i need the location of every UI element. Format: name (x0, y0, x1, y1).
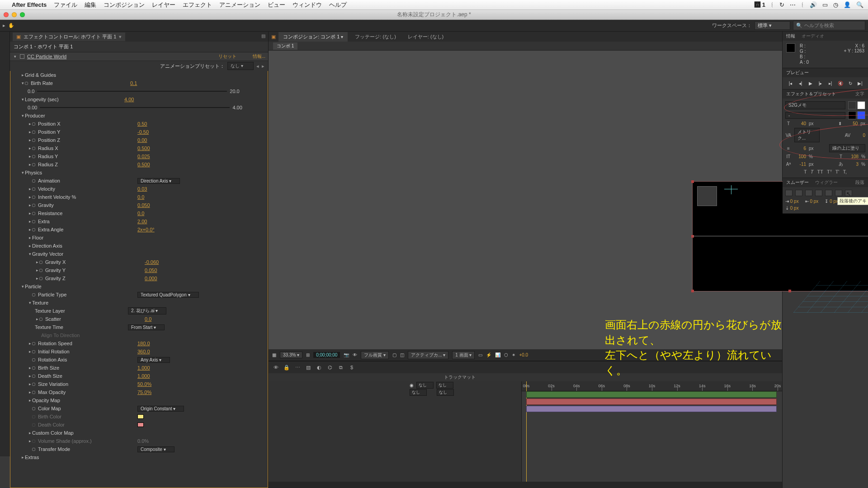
inherit-value[interactable]: 0.0 (137, 194, 144, 200)
trackmat-dropdown[interactable]: なし (437, 389, 454, 396)
twirl-icon[interactable]: ▾ (20, 113, 25, 118)
radx-value[interactable]: 0.500 (137, 145, 150, 151)
dots-icon[interactable]: ⋯ (790, 1, 796, 8)
rotspd-value[interactable]: 180.0 (137, 341, 150, 346)
play-icon[interactable]: ▶ (807, 80, 814, 86)
extra-angle-value[interactable]: 2x+0.0° (137, 227, 155, 232)
gz-value[interactable]: 0.000 (145, 276, 157, 281)
stopwatch-icon[interactable] (32, 220, 35, 223)
stopwatch-icon[interactable] (32, 358, 35, 361)
radz-value[interactable]: 0.500 (137, 162, 150, 167)
exposure-value[interactable]: +0.0 (519, 352, 528, 357)
loop-icon[interactable]: ↻ (847, 80, 854, 86)
dollar-icon[interactable]: $ (348, 364, 355, 371)
spotlight-icon[interactable]: 🔍 (856, 1, 863, 8)
show-snapshot-icon[interactable]: 👁 (353, 352, 357, 357)
prev-frame-icon[interactable]: ◂| (797, 80, 804, 86)
timecode-box[interactable]: 0;00;00;00 (313, 352, 340, 358)
twirl-icon[interactable]: ▾ (20, 81, 25, 85)
layer-bar-1[interactable] (526, 399, 777, 405)
menu-layer[interactable]: レイヤー (152, 1, 175, 9)
death-color-swatch[interactable] (137, 422, 144, 427)
justify-center-icon[interactable] (825, 190, 832, 196)
traffic-lights[interactable] (4, 12, 25, 17)
velocity-value[interactable]: 0.03 (137, 186, 147, 192)
grid-icon[interactable]: ⊞ (306, 352, 310, 357)
space-after-value[interactable]: 0 px (790, 206, 799, 211)
mute-icon[interactable]: 🔇 (837, 80, 844, 86)
ptype-dropdown[interactable]: Textured QuadPolygon ▾ (137, 292, 199, 298)
camera-dropdown[interactable]: アクティブカ... ▾ (408, 351, 448, 359)
param-ccmap[interactable]: Custom Color Map (32, 430, 74, 436)
close-icon[interactable] (4, 12, 9, 17)
stopwatch-icon[interactable] (39, 318, 42, 321)
clock-icon[interactable]: ◷ (833, 1, 838, 8)
stopwatch-icon[interactable] (32, 155, 35, 158)
tab-preview[interactable]: プレビュー (786, 70, 809, 76)
tab-audio[interactable]: オーディオ (802, 33, 824, 39)
svar-value[interactable]: 50.0% (137, 381, 151, 387)
menu-file[interactable]: ファイル (54, 1, 77, 9)
stopwatch-icon[interactable] (32, 196, 35, 199)
gx-value[interactable]: -0.060 (145, 259, 159, 265)
menu-window[interactable]: ウィンドウ (292, 1, 322, 9)
timeline-layers-tree[interactable]: ◉ なし なし なし なし (269, 381, 522, 482)
param-extras[interactable]: Extras (25, 455, 39, 460)
alpha-toggle-icon[interactable]: ▦ (272, 352, 276, 357)
wifi-icon[interactable]: ⧙ (771, 1, 774, 8)
menu-effect[interactable]: エフェクト (183, 1, 212, 9)
minimize-icon[interactable] (12, 12, 17, 17)
text-style-buttons[interactable]: TTTTTᵀT'T, (785, 169, 865, 175)
maxop-value[interactable]: 75.0% (137, 389, 151, 395)
stopwatch-icon[interactable] (32, 188, 35, 191)
effect-name[interactable]: CC Particle World (27, 54, 66, 59)
bsize-value[interactable]: 1.000 (137, 365, 150, 371)
texlayer-dropdown[interactable]: 2. 花びら.ai ▾ (128, 307, 166, 314)
layer-bar-2[interactable] (526, 406, 777, 412)
preset-next-icon[interactable]: ▸ (262, 63, 264, 69)
scatter-value[interactable]: 0.0 (145, 316, 151, 322)
textime-dropdown[interactable]: From Start ▾ (128, 324, 165, 330)
timeline-tracks[interactable]: 00s02s04s06s08s10s12s14s16s18s20s (522, 381, 782, 482)
zoom-icon[interactable] (20, 12, 25, 17)
menu-help[interactable]: ヘルプ (329, 1, 347, 9)
stopwatch-icon[interactable] (25, 82, 28, 85)
preset-dropdown[interactable]: なし ▾ (227, 62, 254, 70)
fast-preview-icon[interactable]: ⚡ (486, 352, 491, 357)
tab-smoother[interactable]: スムーザー (786, 179, 809, 186)
stopwatch-icon[interactable] (32, 293, 35, 296)
stopwatch-icon[interactable] (39, 269, 42, 272)
longevity-slider[interactable]: 0.004.00 (10, 103, 268, 112)
adobe-icon[interactable]: 🅰 1 (755, 1, 765, 8)
last-frame-icon[interactable]: ▸| (827, 80, 834, 86)
align-center-icon[interactable] (795, 190, 802, 196)
stopwatch-icon[interactable] (32, 139, 35, 142)
views-dropdown[interactable]: 1 画面 ▾ (452, 351, 475, 359)
param-producer[interactable]: Producer (25, 113, 45, 118)
stopwatch-icon[interactable] (32, 448, 35, 451)
menu-animation[interactable]: アニメーション (219, 1, 260, 9)
tab-composition[interactable]: コンポジション: コンポ 1 ▾ (278, 32, 348, 42)
graph-icon[interactable]: ⧉ (337, 364, 344, 371)
param-particle[interactable]: Particle (25, 284, 42, 289)
tool-selection-icon[interactable]: ▸ (3, 23, 5, 28)
posy-value[interactable]: -0.50 (137, 129, 149, 135)
table-row[interactable]: なし なし (269, 389, 521, 396)
param-grid-guides[interactable]: Grid & Guides (25, 72, 56, 78)
effect-controls-tab[interactable]: ▣エフェクトコントロール: ホワイト 平面 1 ▾ ▤ (10, 32, 268, 42)
info-button[interactable]: 情報... (253, 53, 265, 60)
rotaxis-dropdown[interactable]: Any Axis ▾ (137, 357, 170, 363)
align-right-icon[interactable] (805, 190, 812, 196)
stopwatch-icon[interactable] (32, 366, 35, 370)
user-icon[interactable]: 👤 (844, 1, 851, 8)
posx-value[interactable]: 0.50 (137, 121, 147, 127)
reset-exposure-icon[interactable]: ✶ (512, 352, 515, 357)
workspace-dropdown[interactable]: 標準 ▾ (755, 21, 790, 30)
posz-value[interactable]: 0.00 (137, 137, 147, 143)
stopwatch-icon[interactable] (32, 147, 35, 150)
menu-view[interactable]: ビュー (268, 1, 285, 9)
indent-right-value[interactable]: 0 px (810, 199, 818, 204)
timeline-icon[interactable]: 📊 (495, 352, 500, 357)
comp-chip[interactable]: コンポ 1 (273, 42, 297, 50)
stopwatch-icon[interactable] (32, 407, 35, 410)
